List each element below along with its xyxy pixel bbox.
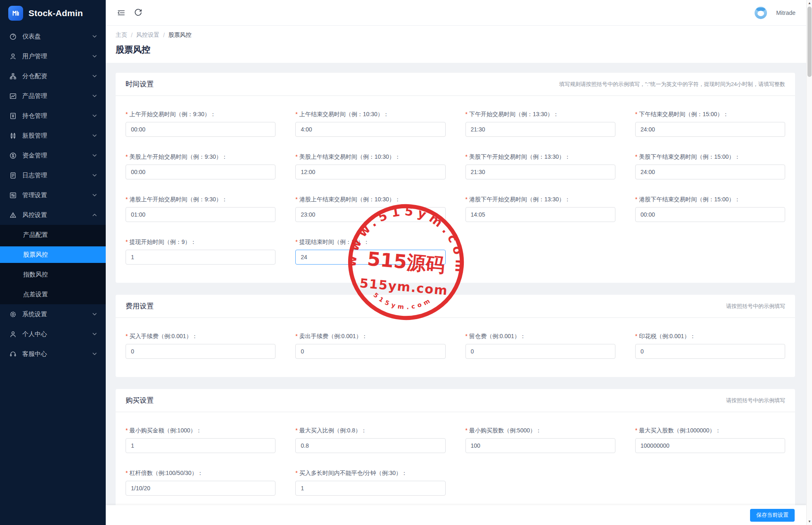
field-hk-pm-open: *港股下午开始交易时间（例：13:30）： (465, 196, 615, 222)
save-button[interactable]: 保存当前设置 (750, 509, 795, 522)
field-buy-fee: *买入手续费（例:0.001）： (126, 333, 275, 359)
field-am-open: *上午开始交易时间（例：9:30）： (126, 111, 275, 137)
pm-open-time-input[interactable] (465, 122, 615, 137)
sidebar-item-logs[interactable]: 日志管理 (0, 165, 106, 185)
chevron-down-icon (93, 35, 97, 38)
hk-pm-close-time-input[interactable] (635, 207, 785, 222)
withdraw-end-time-input[interactable] (295, 250, 445, 265)
logs-icon (9, 172, 17, 179)
breadcrumb-risk-settings[interactable]: 风控设置 (136, 31, 159, 39)
breadcrumb-current: 股票风控 (169, 31, 192, 39)
am-close-time-input[interactable] (295, 122, 445, 137)
chevron-down-icon (93, 55, 97, 57)
sidebar-item-profile[interactable]: 个人中心 (0, 324, 106, 344)
page-scrollbar[interactable]: ▲ ▼ (806, 0, 812, 525)
breadcrumb-home[interactable]: 主页 (116, 31, 127, 39)
min-buy-amount-input[interactable] (126, 438, 275, 453)
sidebar-subitem-product-config[interactable]: 产品配置 (0, 225, 106, 245)
field-hk-am-close: *港股上午结束交易时间（例：10:30）： (295, 196, 445, 222)
us-am-close-time-input[interactable] (295, 165, 445, 179)
user-name: Mitrade (776, 10, 795, 16)
min-hold-minutes-input[interactable] (295, 481, 445, 496)
sidebar-subitem-index-risk[interactable]: 指数风控 (0, 265, 106, 284)
us-pm-close-time-input[interactable] (635, 165, 785, 179)
app-title: Stock-Admin (28, 8, 83, 18)
scroll-up-icon[interactable]: ▲ (807, 0, 812, 6)
sidebar-item-system-settings[interactable]: 系统设置 (0, 304, 106, 324)
field-am-close: *上午结束交易时间（例：10:30）： (295, 111, 445, 137)
sidebar-item-positions[interactable]: 持仓管理 (0, 106, 106, 126)
required-asterisk: * (126, 427, 128, 434)
am-open-time-input[interactable] (126, 122, 275, 137)
us-am-open-time-input[interactable] (126, 165, 275, 179)
min-buy-shares-input[interactable] (465, 438, 615, 453)
chevron-down-icon (93, 313, 97, 315)
max-buy-ratio-input[interactable] (295, 438, 445, 453)
fee-settings-note: 请按照括号中的示例填写 (726, 303, 785, 310)
scrollbar-thumb[interactable] (807, 7, 812, 77)
sidebar-item-admin-settings[interactable]: 管理设置 (0, 185, 106, 205)
chevron-down-icon (93, 194, 97, 196)
buy-fee-input[interactable] (126, 344, 275, 359)
breadcrumb-separator: / (163, 32, 165, 38)
required-asterisk: * (295, 111, 297, 117)
sidebar-subitem-spread-settings[interactable]: 点差设置 (0, 284, 106, 304)
required-asterisk: * (295, 427, 297, 434)
field-min-buy-amount: *最小购买金额（例:1000）： (126, 427, 275, 453)
sidebar: Stock-Admin 仪表盘 用户管理 分仓配资 产品管理 持仓管理 (0, 0, 106, 525)
required-asterisk: * (635, 111, 637, 117)
dashboard-icon (9, 33, 17, 40)
required-asterisk: * (635, 196, 637, 203)
hk-pm-open-time-input[interactable] (465, 207, 615, 222)
breadcrumb: 主页 / 风控设置 / 股票风控 (116, 31, 795, 39)
chevron-down-icon (93, 134, 97, 137)
sidebar-item-allocation[interactable]: 分仓配资 (0, 66, 106, 86)
sidebar-item-users[interactable]: 用户管理 (0, 46, 106, 66)
hk-am-close-time-input[interactable] (295, 207, 445, 222)
us-pm-open-time-input[interactable] (465, 165, 615, 179)
withdraw-start-time-input[interactable] (126, 250, 275, 265)
field-hold-fee: *留仓费（例:0.001）： (465, 333, 615, 359)
app-logo[interactable]: Stock-Admin (0, 0, 106, 26)
required-asterisk: * (295, 470, 297, 476)
collapse-menu-icon[interactable] (116, 9, 126, 17)
page-header: 主页 / 风控设置 / 股票风控 股票风控 (106, 26, 806, 63)
funds-icon (9, 152, 17, 159)
field-max-buy-ratio: *最大买入比例（例:0.8）： (295, 427, 445, 453)
required-asterisk: * (126, 196, 128, 203)
sidebar-item-support[interactable]: 客服中心 (0, 344, 106, 364)
sidebar-item-funds[interactable]: 资金管理 (0, 146, 106, 165)
sidebar-item-dashboard[interactable]: 仪表盘 (0, 26, 106, 46)
sidebar-item-products[interactable]: 产品管理 (0, 86, 106, 106)
required-asterisk: * (126, 239, 128, 245)
required-asterisk: * (465, 333, 468, 339)
pm-close-time-input[interactable] (635, 122, 785, 137)
sell-fee-input[interactable] (295, 344, 445, 359)
chevron-down-icon (93, 174, 97, 177)
max-buy-shares-input[interactable] (635, 438, 785, 453)
scroll-down-icon[interactable]: ▼ (807, 519, 812, 525)
field-pm-close: *下午结束交易时间（例：15:00）： (635, 111, 785, 137)
required-asterisk: * (126, 333, 128, 339)
required-asterisk: * (635, 153, 637, 160)
field-us-pm-open: *美股下午开始交易时间（例：13:30）： (465, 153, 615, 179)
sidebar-subitem-stock-risk[interactable]: 股票风控 (0, 246, 106, 263)
hold-fee-input[interactable] (465, 344, 615, 359)
hk-am-open-time-input[interactable] (126, 207, 275, 222)
chevron-down-icon (93, 115, 97, 117)
buy-settings-title: 购买设置 (126, 396, 154, 405)
avatar[interactable] (755, 7, 767, 19)
positions-icon (9, 112, 17, 119)
required-asterisk: * (295, 333, 297, 339)
sidebar-item-risk-settings[interactable]: 风控设置 (0, 205, 106, 225)
stamp-tax-input[interactable] (635, 344, 785, 359)
breadcrumb-separator: / (131, 32, 133, 38)
products-icon (9, 92, 17, 100)
refresh-icon[interactable] (134, 8, 142, 17)
required-asterisk: * (295, 153, 297, 160)
required-asterisk: * (126, 153, 128, 160)
leverage-input[interactable] (126, 481, 275, 496)
sidebar-item-ipo[interactable]: 新股管理 (0, 126, 106, 146)
gear-icon (9, 310, 17, 318)
required-asterisk: * (635, 333, 637, 339)
